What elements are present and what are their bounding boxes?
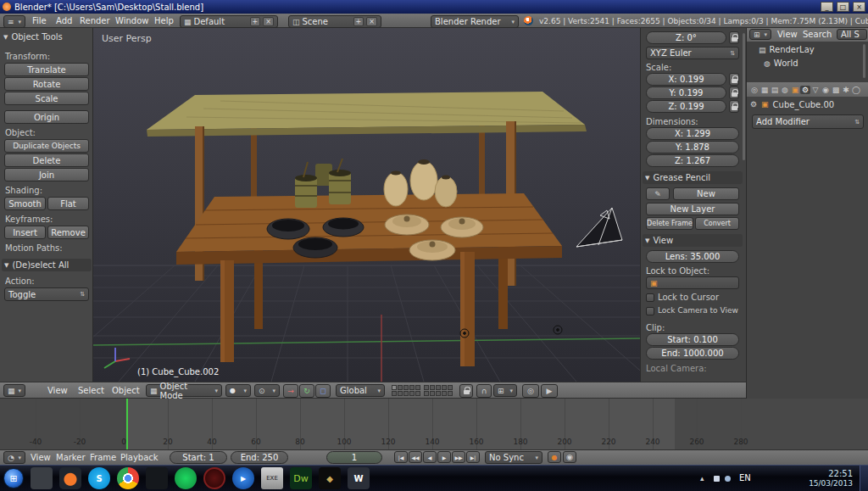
viewport-editor-selector[interactable]: ▦ ▾	[3, 384, 25, 397]
tab-data[interactable]: ▽	[810, 86, 821, 94]
dimension-y-field[interactable]: Y: 1.878	[646, 141, 739, 153]
lock-camera-to-view-checkbox[interactable]	[646, 307, 654, 315]
layer-cell[interactable]	[403, 391, 409, 396]
mode-dropdown[interactable]: ▦ Object Mode ▾	[146, 384, 222, 397]
viewport-menu-view[interactable]: View	[47, 386, 68, 395]
tab-render[interactable]: ◎	[749, 86, 760, 94]
lock-to-object-field[interactable]: ▣	[646, 276, 739, 289]
layer-cell[interactable]	[403, 385, 409, 390]
grease-pencil-new-button[interactable]: New	[673, 187, 739, 200]
menu-window[interactable]: Window	[115, 16, 148, 25]
current-frame-field[interactable]: 1	[326, 451, 382, 464]
timeline-menu-marker[interactable]: Marker	[56, 453, 86, 462]
taskbar-app-spotify[interactable]	[175, 467, 197, 489]
taskbar-app-skype[interactable]: S	[88, 467, 110, 489]
add-modifier-button[interactable]: Add Modifier ⇅	[752, 114, 864, 129]
language-indicator[interactable]: EN	[739, 473, 751, 483]
camera-object[interactable]	[576, 208, 622, 247]
current-frame-marker[interactable]	[126, 399, 128, 449]
tab-texture[interactable]: ▩	[831, 86, 841, 94]
taskbar-app-chrome[interactable]	[117, 467, 139, 489]
join-button[interactable]: Join	[4, 168, 89, 181]
tab-modifiers[interactable]: ⚙	[800, 86, 810, 94]
prev-keyframe-button[interactable]: ◀◀	[409, 451, 422, 463]
layer-cell[interactable]	[448, 385, 453, 390]
menu-add[interactable]: Add	[56, 16, 72, 25]
lock-button[interactable]	[459, 384, 473, 398]
frame-end-field[interactable]: End: 250	[231, 451, 288, 464]
layout-close-button[interactable]: ×	[263, 17, 274, 26]
viewport-menu-object[interactable]: Object	[112, 386, 140, 395]
tab-object[interactable]: ▣	[790, 86, 800, 94]
rotation-order-dropdown[interactable]: XYZ Euler ⇅	[646, 47, 739, 59]
layer-cell[interactable]	[442, 391, 447, 396]
layer-cell[interactable]	[398, 385, 403, 390]
editor-type-selector[interactable]: ≡ ▾	[3, 15, 25, 28]
snap-element-dropdown[interactable]: ⊞ ▾	[493, 384, 517, 397]
play-button[interactable]: ▶	[437, 451, 451, 463]
scale-button[interactable]: Scale	[4, 92, 89, 105]
frame-start-field[interactable]: Start: 1	[170, 451, 227, 464]
list-item[interactable]: ◍ World	[764, 59, 798, 68]
pivot-dropdown[interactable]: ⊙ ▾	[254, 384, 280, 397]
timeline-menu-frame[interactable]: Frame	[90, 453, 116, 462]
rotation-z-field[interactable]: Z: 0°	[646, 31, 726, 44]
layers-widget[interactable]	[392, 385, 420, 396]
snap-magnet-button[interactable]: ∩	[476, 384, 492, 398]
layer-cell[interactable]	[392, 385, 397, 390]
lock-icon[interactable]	[729, 86, 739, 99]
scene-add-button[interactable]: +	[353, 17, 364, 26]
menu-render[interactable]: Render	[80, 16, 110, 25]
convert-button[interactable]: Convert	[695, 217, 739, 230]
show-desktop-button[interactable]	[860, 466, 868, 491]
scrollbar[interactable]	[863, 44, 865, 78]
clock-date[interactable]: 15/03/2013	[771, 479, 853, 488]
timeline-menu-playback[interactable]: Playback	[120, 453, 159, 462]
taskbar-app-dial[interactable]	[203, 467, 225, 489]
dimension-z-field[interactable]: Z: 1.267	[646, 154, 739, 167]
lock-to-cursor-checkbox[interactable]	[646, 293, 654, 302]
shading-dropdown[interactable]: ● ▾	[225, 384, 251, 397]
sync-dropdown[interactable]: No Sync ▾	[485, 451, 542, 464]
lock-icon[interactable]	[729, 31, 739, 44]
outliner-menu-search[interactable]: Search	[803, 30, 832, 39]
scale-x-field[interactable]: X: 0.199	[646, 73, 726, 86]
taskbar-app-word[interactable]: W	[348, 467, 370, 489]
outliner-filter-dropdown[interactable]: All S	[837, 29, 867, 40]
layer-cell[interactable]	[398, 391, 403, 396]
clip-start-field[interactable]: Start: 0.100	[646, 333, 739, 346]
duplicate-objects-button[interactable]: Duplicate Objects	[4, 139, 89, 153]
remove-keyframe-button[interactable]: Remove	[47, 226, 89, 239]
screen-layout-selector[interactable]: ▦ Default + ×	[180, 15, 278, 28]
grease-pencil-draw-button[interactable]: ✎	[646, 187, 670, 200]
delete-button[interactable]: Delete	[4, 153, 89, 167]
layer-cell[interactable]	[448, 391, 453, 396]
layer-cell[interactable]	[415, 385, 420, 390]
layer-cell[interactable]	[415, 391, 420, 396]
action-dropdown[interactable]: Toggle ⇅	[4, 287, 89, 301]
layer-cell[interactable]	[436, 391, 441, 396]
scene-close-button[interactable]: ×	[366, 17, 377, 26]
smooth-button[interactable]: Smooth	[4, 197, 46, 210]
taskbar-app-player[interactable]: ▶	[232, 467, 254, 489]
origin-button[interactable]: Origin	[4, 110, 89, 124]
deselect-all-panel-header[interactable]: ▼ (De)select All	[2, 259, 92, 271]
taskbar-app-device[interactable]	[31, 467, 53, 489]
jump-to-start-button[interactable]: |◀	[394, 451, 408, 463]
close-button[interactable]: ×	[853, 2, 865, 12]
jump-to-end-button[interactable]: ▶|	[466, 451, 480, 463]
layer-cell[interactable]	[424, 385, 429, 390]
layer-cell[interactable]	[442, 385, 447, 390]
tray-icon[interactable]	[725, 476, 731, 482]
maximize-button[interactable]: □	[837, 2, 849, 12]
translate-button[interactable]: Translate	[4, 63, 89, 76]
scale-z-field[interactable]: Z: 0.199	[646, 100, 726, 113]
tab-particles[interactable]: ✱	[841, 86, 851, 94]
layout-add-button[interactable]: +	[250, 17, 261, 26]
tab-layers[interactable]: ▤	[770, 86, 780, 94]
layer-cell[interactable]	[409, 391, 415, 396]
timeline-menu-view[interactable]: View	[31, 453, 51, 462]
menu-file[interactable]: File	[32, 16, 47, 25]
play-reverse-button[interactable]: ◀	[423, 451, 437, 463]
layer-cell[interactable]	[430, 385, 435, 390]
